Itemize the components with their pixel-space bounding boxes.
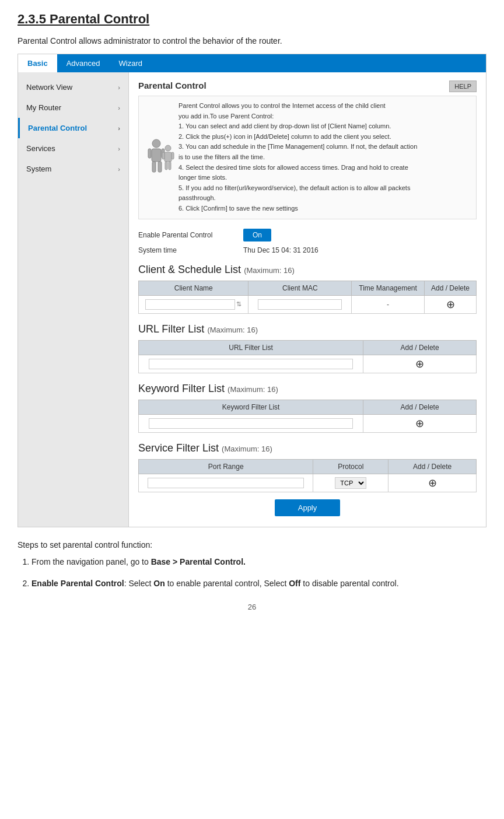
chevron-icon-parental-control: ›	[118, 125, 120, 132]
add-delete-url-cell[interactable]: ⊕	[363, 355, 477, 373]
table-row: ⊕	[139, 355, 477, 373]
col-port-range: Port Range	[139, 459, 313, 474]
sidebar-item-network-view[interactable]: Network View ›	[18, 77, 128, 97]
service-filter-heading: Service Filter List (Maximum: 16)	[138, 442, 477, 454]
svg-point-6	[165, 145, 171, 151]
svg-rect-4	[148, 149, 151, 158]
content-title: Parental Control	[138, 80, 206, 90]
client-schedule-title: Client & Schedule List	[138, 264, 241, 275]
keyword-filter-table: Keyword Filter List Add / Delete ⊕	[138, 400, 477, 433]
system-time-label: System time	[138, 246, 243, 254]
add-delete-service-cell[interactable]: ⊕	[388, 474, 477, 492]
sidebar-item-services[interactable]: Services ›	[18, 138, 128, 159]
router-ui-container: Basic Advanced Wizard Network View › My …	[18, 54, 487, 527]
step1-bold: Base > Parental Control.	[151, 557, 246, 566]
step2-text-after-on: to enable parental control, Select	[165, 579, 289, 588]
nav-wizard[interactable]: Wizard	[110, 54, 152, 72]
steps-list: From the navigation panel, go to Base > …	[32, 555, 487, 592]
keyword-filter-input[interactable]	[149, 418, 353, 429]
content-area: HELP Parental Control	[129, 72, 486, 527]
svg-rect-11	[172, 152, 174, 159]
add-client-plus-icon[interactable]: ⊕	[446, 299, 455, 310]
info-line2: you add in.To use Parent Control:	[178, 111, 417, 122]
step1-text-before: From the navigation panel, go to	[32, 557, 151, 566]
col-add-delete-client: Add / Delete	[425, 281, 477, 295]
steps-intro: Steps to set parental control function:	[18, 540, 487, 550]
enable-parental-control-row: Enable Parental Control On	[138, 229, 477, 242]
add-delete-client-cell[interactable]: ⊕	[425, 295, 477, 313]
url-filter-heading: URL Filter List (Maximum: 16)	[138, 323, 477, 335]
step2-bold-label: Enable Parental Control	[32, 579, 124, 588]
url-filter-max: (Maximum: 16)	[207, 326, 258, 334]
page-title: 2.3.5 Parental Control	[18, 12, 487, 27]
svg-rect-8	[165, 162, 167, 170]
keyword-filter-heading: Keyword Filter List (Maximum: 16)	[138, 383, 477, 395]
service-filter-table: Port Range Protocol Add / Delete	[138, 459, 477, 492]
enable-label: Enable Parental Control	[138, 231, 243, 239]
chevron-icon-system: ›	[118, 166, 120, 173]
time-management-value: -	[387, 300, 389, 309]
step2-bold-off: Off	[289, 579, 300, 588]
svg-rect-3	[158, 162, 162, 172]
apply-button[interactable]: Apply	[275, 499, 341, 516]
svg-rect-9	[169, 162, 171, 170]
time-management-cell: -	[352, 295, 425, 313]
svg-rect-2	[152, 162, 156, 172]
client-name-input[interactable]	[145, 299, 235, 310]
table-row: ⇅ - ⊕	[139, 295, 477, 313]
add-url-plus-icon[interactable]: ⊕	[415, 358, 424, 370]
step2-text-after-off: to disable parental control.	[300, 579, 398, 588]
add-keyword-plus-icon[interactable]: ⊕	[415, 418, 424, 429]
system-time-row: System time Thu Dec 15 04: 31 2016	[138, 246, 477, 254]
enable-on-button[interactable]: On	[243, 229, 271, 242]
step2-bold-on: On	[153, 579, 164, 588]
sidebar-label-system: System	[26, 164, 51, 173]
client-schedule-heading: Client & Schedule List (Maximum: 16)	[138, 264, 477, 276]
step-2: Enable Parental Control: Select On to en…	[32, 577, 487, 591]
service-filter-max: (Maximum: 16)	[222, 444, 272, 453]
nav-basic[interactable]: Basic	[18, 54, 57, 72]
col-add-delete-url: Add / Delete	[363, 340, 477, 355]
chevron-icon-my-router: ›	[118, 104, 120, 111]
client-name-cell: ⇅	[139, 295, 249, 313]
col-time-management: Time Management	[352, 281, 425, 295]
client-name-spinner[interactable]: ⇅	[236, 300, 242, 308]
main-layout: Network View › My Router › Parental Cont…	[18, 72, 486, 527]
top-nav: Basic Advanced Wizard	[18, 54, 486, 72]
info-text-box: Parent Control allows you to control the…	[178, 101, 417, 214]
client-mac-input[interactable]	[258, 299, 342, 310]
info-box: Parent Control allows you to control the…	[138, 96, 477, 219]
sidebar-item-system[interactable]: System ›	[18, 159, 128, 179]
help-button[interactable]: HELP	[449, 80, 477, 92]
sidebar-label-parental-control: Parental Control	[28, 124, 87, 132]
url-filter-input[interactable]	[149, 359, 353, 369]
col-add-delete-keyword: Add / Delete	[363, 400, 477, 414]
sidebar-label-services: Services	[26, 144, 55, 153]
svg-rect-1	[152, 149, 161, 162]
protocol-select[interactable]: TCP UDP Both	[335, 477, 366, 489]
port-range-input[interactable]	[148, 478, 304, 488]
nav-advanced[interactable]: Advanced	[57, 54, 110, 72]
col-add-delete-service: Add / Delete	[388, 459, 477, 474]
col-protocol: Protocol	[313, 459, 388, 474]
col-client-name: Client Name	[139, 281, 249, 295]
sidebar-item-parental-control[interactable]: Parental Control ›	[18, 118, 128, 138]
keyword-filter-max: (Maximum: 16)	[228, 385, 278, 394]
sidebar: Network View › My Router › Parental Cont…	[18, 72, 129, 527]
url-filter-title: URL Filter List	[138, 323, 204, 335]
col-client-mac: Client MAC	[249, 281, 352, 295]
protocol-cell: TCP UDP Both	[313, 474, 388, 492]
url-filter-table: URL Filter List Add / Delete ⊕	[138, 340, 477, 373]
chevron-icon-services: ›	[118, 145, 120, 152]
page-number: 26	[18, 603, 487, 611]
table-row: ⊕	[139, 414, 477, 432]
svg-point-0	[152, 139, 160, 148]
parental-control-icon	[144, 101, 178, 214]
sidebar-item-my-router[interactable]: My Router ›	[18, 97, 128, 118]
info-steps: 1. You can select and add client by drop…	[178, 121, 417, 214]
add-service-plus-icon[interactable]: ⊕	[428, 477, 437, 489]
add-delete-keyword-cell[interactable]: ⊕	[363, 414, 477, 432]
chevron-icon-network-view: ›	[118, 84, 120, 91]
svg-rect-7	[164, 152, 172, 162]
steps-section: Steps to set parental control function: …	[18, 540, 487, 592]
